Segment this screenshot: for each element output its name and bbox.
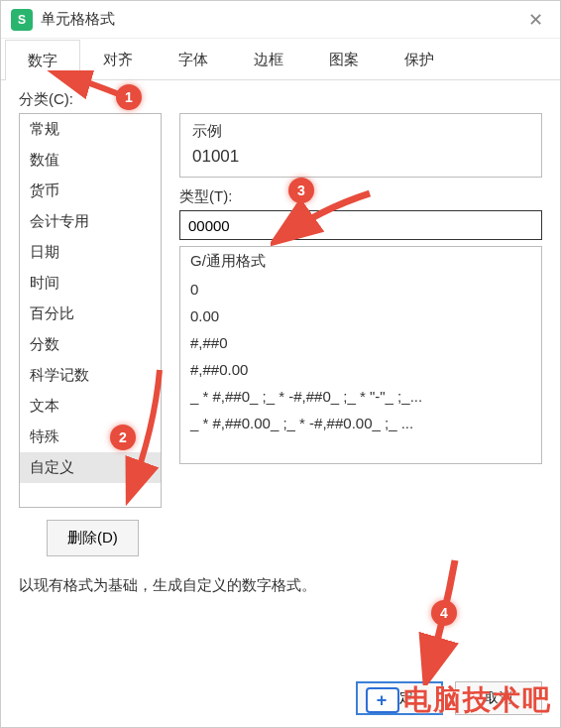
hint-text: 以现有格式为基础，生成自定义的数字格式。 [19,576,542,595]
example-label: 示例 [192,122,529,141]
cat-item-text[interactable]: 文本 [20,391,161,422]
format-list[interactable]: G/通用格式 0 0.00 #,##0 #,##0.00 _ * #,##0_ … [179,246,542,464]
ok-button[interactable]: 确定 [356,681,443,715]
category-list[interactable]: 常规 数值 货币 会计专用 日期 时间 百分比 分数 科学记数 文本 特殊 自定… [19,113,162,508]
fmt-item[interactable]: #,##0.00 [180,356,541,383]
delete-button[interactable]: 删除(D) [47,520,139,556]
app-icon: S [11,9,33,31]
close-icon[interactable]: ✕ [520,5,550,35]
cat-item-special[interactable]: 特殊 [20,422,161,452]
fmt-item[interactable]: #,##0 [180,329,541,356]
window-title: 单元格格式 [41,10,115,29]
type-input[interactable] [179,210,542,240]
example-box: 示例 01001 [179,113,542,178]
cancel-button[interactable]: 取消 [455,681,542,715]
tab-border[interactable]: 边框 [231,39,306,79]
fmt-item[interactable]: 0.00 [180,303,541,329]
type-label: 类型(T): [179,187,542,206]
dialog-window: S 单元格格式 ✕ 数字 对齐 字体 边框 图案 保护 分类(C): 常规 数值… [0,0,561,728]
cat-item-percent[interactable]: 百分比 [20,299,161,329]
tab-number[interactable]: 数字 [5,40,80,80]
titlebar: S 单元格格式 ✕ [1,1,560,39]
cat-item-general[interactable]: 常规 [20,114,161,145]
cat-item-number[interactable]: 数值 [20,145,161,176]
tab-pattern[interactable]: 图案 [306,39,382,79]
cat-item-custom[interactable]: 自定义 [20,452,161,483]
cat-item-date[interactable]: 日期 [20,237,161,268]
tab-align[interactable]: 对齐 [80,39,156,79]
delete-row: 删除(D) [19,520,542,556]
cat-item-currency[interactable]: 货币 [20,176,161,206]
tab-font[interactable]: 字体 [156,39,231,79]
fmt-item[interactable]: _ * #,##0_ ;_ * -#,##0_ ;_ * "-"_ ;_... [180,383,541,410]
cat-item-accounting[interactable]: 会计专用 [20,206,161,237]
cat-item-time[interactable]: 时间 [20,268,161,299]
cat-item-fraction[interactable]: 分数 [20,329,161,360]
right-column: 示例 01001 类型(T): G/通用格式 0 0.00 #,##0 #,##… [179,113,542,508]
category-label: 分类(C): [19,90,542,109]
tab-protect[interactable]: 保护 [382,39,457,79]
fmt-item[interactable]: G/通用格式 [180,247,541,276]
fmt-item[interactable]: 0 [180,276,541,303]
fmt-item[interactable]: _ * #,##0.00_ ;_ * -#,##0.00_ ;_ ... [180,410,541,436]
tab-bar: 数字 对齐 字体 边框 图案 保护 [1,39,560,80]
footer: 确定 取消 [19,671,542,715]
dialog-body: 分类(C): 常规 数值 货币 会计专用 日期 时间 百分比 分数 科学记数 文… [1,80,560,727]
cat-item-scientific[interactable]: 科学记数 [20,360,161,391]
columns: 常规 数值 货币 会计专用 日期 时间 百分比 分数 科学记数 文本 特殊 自定… [19,113,542,508]
example-value: 01001 [192,147,529,167]
